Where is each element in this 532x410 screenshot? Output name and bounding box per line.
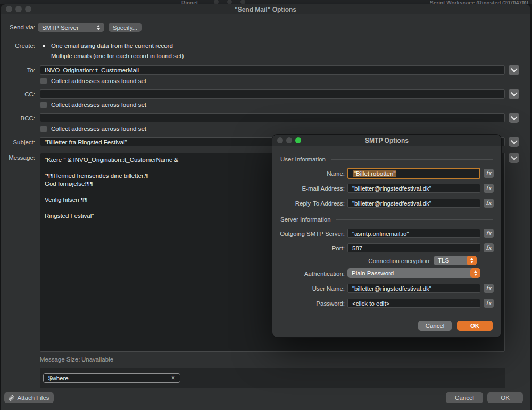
window-title: "Send Mail" Options xyxy=(1,6,530,13)
email-fx-button[interactable]: fx xyxy=(484,184,494,193)
attachment-item[interactable]: $where × xyxy=(43,373,180,383)
attachment-name: $where xyxy=(48,375,69,381)
to-options-button[interactable] xyxy=(509,65,519,75)
replyto-field[interactable]: "billetter@ringstedfestival.dk" xyxy=(347,199,480,208)
selected-text: "Billet robotten" xyxy=(353,170,396,177)
server-label: Outgoing SMTP Server: xyxy=(275,231,345,237)
screen: Ringet... Script Workspace (Ringsted (20… xyxy=(0,0,532,410)
bcc-options-button[interactable] xyxy=(509,113,519,123)
cancel-button[interactable]: Cancel xyxy=(446,392,483,403)
port-field[interactable]: 587 xyxy=(347,243,480,252)
smtp-cancel-button[interactable]: Cancel xyxy=(418,321,452,331)
background-window-dot-icon xyxy=(240,0,245,4)
username-fx-button[interactable]: fx xyxy=(484,284,494,293)
smtp-dialog-title: SMTP Options xyxy=(272,137,501,144)
chevron-down-icon xyxy=(511,65,518,72)
section-divider xyxy=(336,219,493,220)
password-field[interactable]: <click to edit> xyxy=(347,299,480,308)
replyto-fx-button[interactable]: fx xyxy=(484,199,494,208)
smtp-ok-button[interactable]: OK xyxy=(457,321,493,331)
radio-multiple-emails-label: Multiple emails (one for each record in … xyxy=(51,53,184,59)
to-field[interactable]: INVO_Origination::t_CustomerMail xyxy=(40,65,505,75)
cc-collect-label: Collect addresses across found set xyxy=(51,102,146,108)
to-collect-checkbox[interactable] xyxy=(40,78,47,84)
background-window-dot-icon xyxy=(214,0,219,4)
user-information-header: User Information xyxy=(280,156,326,162)
encryption-popup[interactable]: TLS xyxy=(434,256,477,265)
name-fx-button[interactable]: fx xyxy=(484,169,494,178)
username-field[interactable]: "billetter@ringstedfestival.dk" xyxy=(347,284,480,293)
port-label: Port: xyxy=(275,245,345,251)
background-window-dot-icon xyxy=(227,0,232,4)
cc-options-button[interactable] xyxy=(509,89,519,99)
auth-label: Authentication: xyxy=(275,270,345,277)
encryption-label: Connection encryption: xyxy=(346,258,431,264)
chevron-down-icon xyxy=(511,89,518,96)
specify-button[interactable]: Specify... xyxy=(109,23,142,32)
send-via-popup[interactable]: SMTP Server xyxy=(38,23,104,32)
server-field[interactable]: "asmtp.onlinemail.io" xyxy=(347,229,480,238)
attachments-list[interactable]: $where × xyxy=(40,368,505,388)
password-label: Password: xyxy=(275,300,345,307)
message-options-button[interactable] xyxy=(509,153,519,163)
server-fx-button[interactable]: fx xyxy=(484,229,494,238)
server-information-header: Server Information xyxy=(280,216,331,223)
attach-files-button[interactable]: Attach Files xyxy=(4,392,54,403)
ok-button[interactable]: OK xyxy=(487,392,523,403)
updown-arrows-icon xyxy=(97,25,100,30)
paperclip-icon xyxy=(9,395,14,401)
subject-options-button[interactable] xyxy=(509,137,519,147)
send-via-value: SMTP Server xyxy=(42,24,79,31)
server-information-section: Server Information xyxy=(280,216,493,223)
to-label: To: xyxy=(0,67,35,73)
chevron-down-icon xyxy=(511,113,518,120)
password-fx-button[interactable]: fx xyxy=(484,299,494,308)
auth-popup[interactable]: Plain Password xyxy=(347,268,480,278)
to-collect-label: Collect addresses across found set xyxy=(51,78,146,84)
port-fx-button[interactable]: fx xyxy=(484,243,494,252)
message-size-label: Message Size: xyxy=(40,356,80,363)
subject-label: Subject: xyxy=(0,139,35,145)
radio-one-email-label: One email using data from the current re… xyxy=(51,43,173,49)
replyto-label: Reply-To Address: xyxy=(275,200,345,207)
background-window-strip: Ringet... Script Workspace (Ringsted (20… xyxy=(0,0,532,4)
user-information-section: User Information xyxy=(280,156,493,162)
email-label: E-mail Address: xyxy=(275,185,345,192)
section-divider xyxy=(331,159,493,160)
send-via-label: Send via: xyxy=(0,24,35,30)
background-window-left-title: Ringet... xyxy=(181,0,202,4)
username-label: User Name: xyxy=(275,285,345,292)
updown-arrows-icon xyxy=(470,268,480,278)
message-size-value: Unavailable xyxy=(81,356,113,363)
bcc-collect-label: Collect addresses across found set xyxy=(51,126,146,132)
cc-field[interactable] xyxy=(40,89,505,99)
message-label: Message: xyxy=(0,154,35,161)
cc-label: CC: xyxy=(0,91,35,97)
cc-collect-checkbox[interactable] xyxy=(40,102,47,108)
email-field[interactable]: "billetter@ringstedfestival.dk" xyxy=(347,184,480,193)
background-window-right-title: Script Workspace (Ringsted (2070470)) xyxy=(395,0,528,4)
chevron-down-icon xyxy=(511,153,518,160)
create-label: Create: xyxy=(0,43,35,49)
remove-attachment-icon[interactable]: × xyxy=(171,374,175,382)
bcc-field[interactable] xyxy=(40,113,505,122)
bcc-collect-checkbox[interactable] xyxy=(40,126,47,132)
name-field[interactable]: "Billet robotten" xyxy=(347,168,480,179)
name-label: Name: xyxy=(275,170,345,177)
updown-arrows-icon xyxy=(467,256,477,265)
chevron-down-icon xyxy=(511,137,518,144)
bcc-label: BCC: xyxy=(0,115,35,121)
